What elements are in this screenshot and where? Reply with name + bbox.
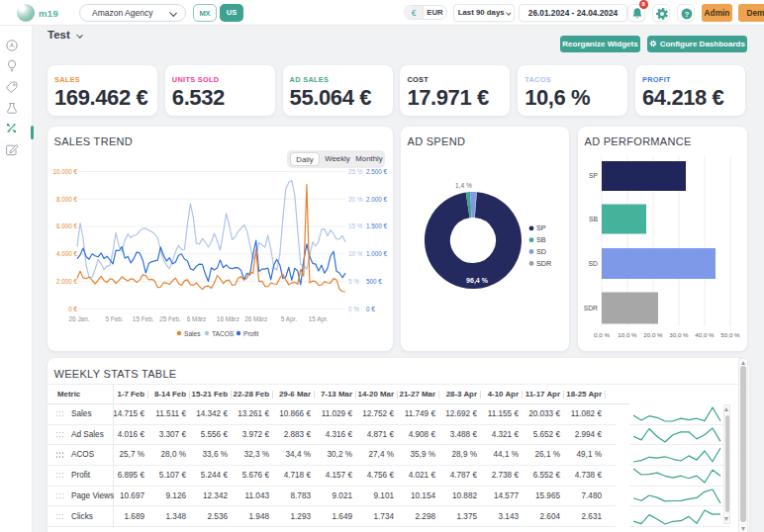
svg-text:2.000 €: 2.000 € [56, 278, 78, 285]
svg-text:16 März: 16 März [217, 315, 239, 322]
svg-text:1.000 €: 1.000 € [366, 250, 388, 257]
svg-text:6.000 €: 6.000 € [56, 222, 78, 229]
svg-text:2.500 €: 2.500 € [366, 168, 388, 175]
svg-text:10,0 %: 10,0 % [618, 331, 637, 338]
svg-text:40,0 %: 40,0 % [695, 331, 715, 338]
svg-text:20,0 %: 20,0 % [643, 331, 663, 338]
svg-text:SP: SP [589, 172, 599, 179]
svg-text:50,0 %: 50,0 % [720, 331, 740, 338]
svg-text:6 März: 6 März [187, 315, 207, 322]
svg-text:26 März: 26 März [244, 315, 267, 322]
svg-text:25 Feb.: 25 Feb. [159, 315, 181, 322]
svg-text:SP: SP [536, 223, 546, 232]
svg-text:10.000 €: 10.000 € [52, 168, 77, 175]
svg-text:15 %: 15 % [348, 222, 363, 229]
svg-text:96,4 %: 96,4 % [466, 277, 489, 285]
svg-text:SDR: SDR [536, 259, 551, 268]
svg-text:2.000 €: 2.000 € [366, 196, 388, 203]
svg-text:4.000 €: 4.000 € [56, 250, 78, 257]
svg-text:TACOS: TACOS [212, 330, 235, 337]
svg-text:?: ? [684, 9, 689, 18]
svg-text:1,4 %: 1,4 % [455, 182, 472, 189]
svg-text:SDR: SDR [584, 305, 598, 311]
svg-text:500 €: 500 € [366, 278, 382, 285]
svg-text:25 %: 25 % [348, 168, 363, 175]
svg-text:5 %: 5 % [348, 278, 359, 285]
svg-text:5 Feb.: 5 Feb. [105, 315, 123, 322]
svg-text:SB: SB [536, 235, 546, 244]
svg-text:10 %: 10 % [348, 250, 363, 257]
svg-text:8.000 €: 8.000 € [56, 196, 78, 203]
svg-text:1.500 €: 1.500 € [366, 222, 388, 229]
svg-text:15 Apr.: 15 Apr. [309, 315, 329, 323]
svg-text:5 Apr.: 5 Apr. [281, 315, 298, 323]
svg-text:0 €: 0 € [68, 306, 77, 312]
svg-text:0 €: 0 € [366, 306, 375, 312]
svg-text:15 Feb.: 15 Feb. [133, 315, 154, 322]
svg-text:SB: SB [589, 216, 599, 222]
svg-text:0 %: 0 % [348, 306, 359, 312]
svg-text:SD: SD [536, 247, 546, 256]
svg-text:0,0 %: 0,0 % [594, 331, 610, 338]
svg-text:26 Jan.: 26 Jan. [69, 315, 90, 322]
svg-text:SD: SD [589, 260, 599, 267]
svg-text:30,0 %: 30,0 % [669, 331, 689, 338]
svg-text:20 %: 20 % [348, 196, 363, 203]
svg-text:Sales: Sales [184, 330, 201, 337]
svg-text:Profit: Profit [243, 330, 259, 337]
